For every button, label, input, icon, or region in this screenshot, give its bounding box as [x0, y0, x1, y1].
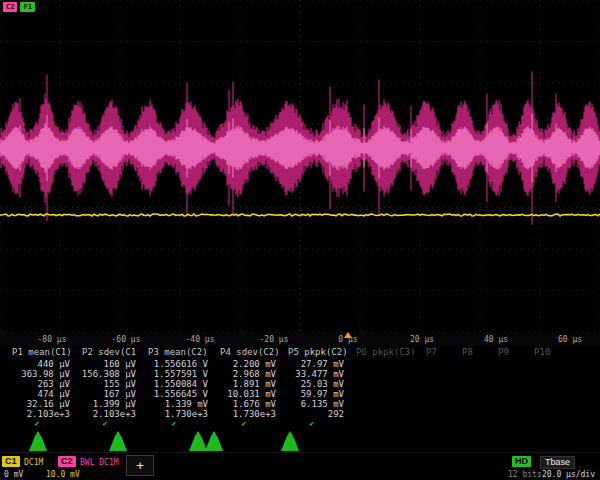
- meas-value: 33.477 mV: [278, 369, 346, 379]
- meas-header[interactable]: P1 mean(C1): [2, 347, 72, 359]
- status-bar: C1 DC1M C2 BWL DC1M + 0 mV 10.0 mV HD Tb…: [0, 452, 600, 480]
- measurement-histicons: [0, 429, 600, 452]
- meas-value: 363.98 µV: [2, 369, 72, 379]
- measurement-table[interactable]: P1 mean(C1)P2 sdev(C1)P3 mean(C2)P4 sdev…: [2, 347, 560, 430]
- meas-value: 440 µV: [2, 359, 72, 369]
- c1-waveform: [0, 214, 600, 216]
- meas-value: [452, 369, 488, 379]
- meas-value: [488, 369, 524, 379]
- meas-header[interactable]: P9: [488, 347, 524, 359]
- meas-value: 1.339 mV: [138, 399, 210, 409]
- meas-value: [416, 399, 452, 409]
- meas-value: 1.730e+3: [138, 409, 210, 419]
- meas-value: [346, 399, 416, 409]
- meas-value: [346, 379, 416, 389]
- meas-value: [452, 409, 488, 419]
- trace-indicator-c2[interactable]: C2: [3, 2, 17, 12]
- c1-scale-value: 10.0 mV: [46, 470, 80, 479]
- histicon: [281, 431, 299, 451]
- meas-header[interactable]: P10: [524, 347, 560, 359]
- meas-value: 2.103e+3: [2, 409, 72, 419]
- meas-value: 2.200 mV: [210, 359, 278, 369]
- meas-value: [416, 389, 452, 399]
- meas-value: 1.399 µV: [72, 399, 138, 409]
- histicon: [29, 431, 47, 451]
- meas-header[interactable]: P4 sdev(C2): [210, 347, 278, 359]
- hd-resolution: 12 bits: [508, 470, 542, 479]
- meas-value: 1.550084 V: [138, 379, 210, 389]
- histicon: [205, 431, 223, 451]
- meas-value: [488, 399, 524, 409]
- meas-value: 27.97 mV: [278, 359, 346, 369]
- meas-value: [452, 399, 488, 409]
- meas-value: [452, 389, 488, 399]
- oscilloscope-screen: C2F1 -100 µs-80 µs-60 µs-40 µs-20 µs0 µs…: [0, 0, 600, 480]
- meas-header[interactable]: P3 mean(C2): [138, 347, 210, 359]
- meas-value: 1.730e+3: [210, 409, 278, 419]
- meas-value: 1.557591 V: [138, 369, 210, 379]
- meas-header[interactable]: P7: [416, 347, 452, 359]
- meas-value: [488, 409, 524, 419]
- c2-channel-badge[interactable]: C2: [58, 456, 76, 467]
- hd-mode-badge[interactable]: HD: [512, 456, 531, 467]
- c1-coupling: DC1M: [24, 458, 43, 467]
- meas-value: 10.031 mV: [210, 389, 278, 399]
- meas-value: [346, 409, 416, 419]
- meas-value: 1.556616 V: [138, 359, 210, 369]
- meas-value: [524, 369, 560, 379]
- meas-value: [524, 409, 560, 419]
- meas-value: [346, 359, 416, 369]
- meas-value: 1.891 mV: [210, 379, 278, 389]
- time-axis-label: 0 µs: [338, 335, 357, 344]
- trace-indicator-f1[interactable]: F1: [20, 2, 34, 12]
- meas-header[interactable]: P6 pkpk(C3): [346, 347, 416, 359]
- histicon: [109, 431, 127, 451]
- time-axis-label: -20 µs: [260, 335, 289, 344]
- meas-value: 59.97 mV: [278, 389, 346, 399]
- meas-value: [524, 379, 560, 389]
- meas-value: 32.16 µV: [2, 399, 72, 409]
- meas-value: 160 µV: [72, 359, 138, 369]
- c2-coupling: BWL DC1M: [80, 458, 119, 467]
- meas-value: [488, 359, 524, 369]
- c1-channel-badge[interactable]: C1: [2, 456, 20, 467]
- meas-value: 474 µV: [2, 389, 72, 399]
- meas-value: [346, 369, 416, 379]
- meas-value: [416, 369, 452, 379]
- meas-value: [488, 379, 524, 389]
- meas-value: 156.308 µV: [72, 369, 138, 379]
- waveform-display[interactable]: [0, 0, 600, 332]
- meas-value: [524, 389, 560, 399]
- meas-value: 263 µV: [2, 379, 72, 389]
- meas-value: [524, 399, 560, 409]
- meas-value: 2.103e+3: [72, 409, 138, 419]
- meas-value: [524, 359, 560, 369]
- meas-value: 6.135 mV: [278, 399, 346, 409]
- meas-value: 1.676 mV: [210, 399, 278, 409]
- tbase-value: 20.0 µs/div: [542, 470, 595, 479]
- meas-value: 2.968 mV: [210, 369, 278, 379]
- histicon: [189, 431, 207, 451]
- meas-value: 1.556645 V: [138, 389, 210, 399]
- time-axis-label: 60 µs: [558, 335, 582, 344]
- meas-value: [416, 379, 452, 389]
- cursor-position-box[interactable]: +: [126, 455, 154, 476]
- time-axis-label: 40 µs: [484, 335, 508, 344]
- time-axis-label: 20 µs: [410, 335, 434, 344]
- meas-value: [416, 359, 452, 369]
- meas-value: 25.03 mV: [278, 379, 346, 389]
- meas-value: 292: [278, 409, 346, 419]
- time-axis-label: -60 µs: [112, 335, 141, 344]
- trace-indicators: C2F1: [3, 2, 35, 12]
- meas-header[interactable]: P5 pkpk(C2): [278, 347, 346, 359]
- c1-offset-value: 0 mV: [4, 470, 23, 479]
- time-axis-label: -80 µs: [38, 335, 67, 344]
- meas-value: [452, 379, 488, 389]
- meas-value: [452, 359, 488, 369]
- meas-header[interactable]: P8: [452, 347, 488, 359]
- meas-value: [416, 409, 452, 419]
- meas-header[interactable]: P2 sdev(C1): [72, 347, 138, 359]
- meas-value: 155 µV: [72, 379, 138, 389]
- meas-value: 167 µV: [72, 389, 138, 399]
- tbase-button[interactable]: Tbase: [540, 456, 575, 469]
